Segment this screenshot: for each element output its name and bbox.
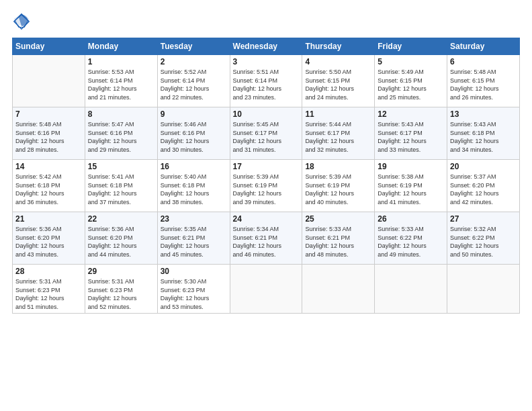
calendar-table: SundayMondayTuesdayWednesdayThursdayFrid… — [12, 38, 520, 314]
week-row-4: 21Sunrise: 5:36 AM Sunset: 6:20 PM Dayli… — [13, 212, 520, 265]
day-number: 7 — [15, 109, 82, 119]
day-cell: 24Sunrise: 5:34 AM Sunset: 6:21 PM Dayli… — [230, 212, 302, 265]
day-number: 19 — [378, 162, 444, 171]
day-cell: 27Sunrise: 5:32 AM Sunset: 6:22 PM Dayli… — [447, 212, 520, 265]
day-cell: 21Sunrise: 5:36 AM Sunset: 6:20 PM Dayli… — [13, 212, 85, 265]
calendar-body: 1Sunrise: 5:53 AM Sunset: 6:14 PM Daylig… — [13, 55, 520, 314]
day-cell: 1Sunrise: 5:53 AM Sunset: 6:14 PM Daylig… — [85, 55, 157, 107]
day-number: 25 — [305, 214, 371, 224]
day-info: Sunrise: 5:35 AM Sunset: 6:21 PM Dayligh… — [161, 225, 227, 259]
day-cell: 12Sunrise: 5:43 AM Sunset: 6:17 PM Dayli… — [375, 107, 447, 160]
day-info: Sunrise: 5:51 AM Sunset: 6:14 PM Dayligh… — [233, 68, 300, 101]
day-cell — [375, 265, 447, 314]
day-info: Sunrise: 5:43 AM Sunset: 6:17 PM Dayligh… — [378, 120, 444, 154]
day-cell: 20Sunrise: 5:37 AM Sunset: 6:20 PM Dayli… — [447, 160, 520, 212]
day-cell: 30Sunrise: 5:30 AM Sunset: 6:23 PM Dayli… — [157, 265, 230, 314]
header-cell-tuesday: Tuesday — [157, 38, 230, 55]
header-row: SundayMondayTuesdayWednesdayThursdayFrid… — [13, 38, 520, 55]
day-info: Sunrise: 5:44 AM Sunset: 6:17 PM Dayligh… — [305, 120, 371, 154]
day-number: 8 — [88, 109, 154, 119]
header-cell-saturday: Saturday — [447, 38, 520, 55]
day-info: Sunrise: 5:33 AM Sunset: 6:21 PM Dayligh… — [305, 225, 371, 259]
day-cell: 7Sunrise: 5:48 AM Sunset: 6:16 PM Daylig… — [13, 107, 85, 160]
day-cell: 22Sunrise: 5:36 AM Sunset: 6:20 PM Dayli… — [85, 212, 157, 265]
day-info: Sunrise: 5:50 AM Sunset: 6:15 PM Dayligh… — [305, 68, 371, 101]
day-info: Sunrise: 5:52 AM Sunset: 6:14 PM Dayligh… — [161, 68, 227, 101]
day-cell — [447, 265, 520, 314]
day-number: 9 — [161, 109, 227, 119]
day-info: Sunrise: 5:46 AM Sunset: 6:16 PM Dayligh… — [161, 120, 227, 154]
day-info: Sunrise: 5:40 AM Sunset: 6:18 PM Dayligh… — [161, 173, 227, 206]
day-cell: 11Sunrise: 5:44 AM Sunset: 6:17 PM Dayli… — [302, 107, 375, 160]
day-info: Sunrise: 5:36 AM Sunset: 6:20 PM Dayligh… — [88, 225, 154, 259]
day-cell: 29Sunrise: 5:31 AM Sunset: 6:23 PM Dayli… — [85, 265, 157, 314]
day-number: 28 — [15, 267, 82, 276]
week-row-3: 14Sunrise: 5:42 AM Sunset: 6:18 PM Dayli… — [13, 160, 520, 212]
day-cell: 5Sunrise: 5:49 AM Sunset: 6:15 PM Daylig… — [375, 55, 447, 107]
day-number: 13 — [450, 109, 517, 119]
day-number: 6 — [450, 57, 517, 66]
day-info: Sunrise: 5:33 AM Sunset: 6:22 PM Dayligh… — [378, 225, 444, 259]
week-row-5: 28Sunrise: 5:31 AM Sunset: 6:23 PM Dayli… — [13, 265, 520, 314]
day-cell: 10Sunrise: 5:45 AM Sunset: 6:17 PM Dayli… — [230, 107, 302, 160]
header — [12, 12, 520, 31]
day-cell: 23Sunrise: 5:35 AM Sunset: 6:21 PM Dayli… — [157, 212, 230, 265]
day-number: 21 — [15, 214, 82, 224]
calendar-header: SundayMondayTuesdayWednesdayThursdayFrid… — [13, 38, 520, 55]
day-number: 12 — [378, 109, 444, 119]
day-info: Sunrise: 5:48 AM Sunset: 6:15 PM Dayligh… — [450, 68, 517, 101]
day-info: Sunrise: 5:30 AM Sunset: 6:23 PM Dayligh… — [161, 277, 227, 311]
page: SundayMondayTuesdayWednesdayThursdayFrid… — [0, 0, 532, 411]
day-number: 22 — [88, 214, 154, 224]
header-cell-sunday: Sunday — [13, 38, 85, 55]
day-info: Sunrise: 5:34 AM Sunset: 6:21 PM Dayligh… — [233, 225, 300, 259]
day-number: 26 — [378, 214, 444, 224]
day-cell — [13, 55, 85, 107]
day-number: 27 — [450, 214, 517, 224]
day-info: Sunrise: 5:48 AM Sunset: 6:16 PM Dayligh… — [15, 120, 82, 154]
day-info: Sunrise: 5:39 AM Sunset: 6:19 PM Dayligh… — [305, 173, 371, 206]
day-info: Sunrise: 5:31 AM Sunset: 6:23 PM Dayligh… — [15, 277, 82, 311]
day-cell: 19Sunrise: 5:38 AM Sunset: 6:19 PM Dayli… — [375, 160, 447, 212]
day-number: 20 — [450, 162, 517, 171]
logo-icon — [12, 12, 31, 31]
day-cell: 15Sunrise: 5:41 AM Sunset: 6:18 PM Dayli… — [85, 160, 157, 212]
day-info: Sunrise: 5:47 AM Sunset: 6:16 PM Dayligh… — [88, 120, 154, 154]
day-cell: 17Sunrise: 5:39 AM Sunset: 6:19 PM Dayli… — [230, 160, 302, 212]
day-cell: 14Sunrise: 5:42 AM Sunset: 6:18 PM Dayli… — [13, 160, 85, 212]
day-info: Sunrise: 5:31 AM Sunset: 6:23 PM Dayligh… — [88, 277, 154, 311]
header-cell-thursday: Thursday — [302, 38, 375, 55]
day-number: 24 — [233, 214, 300, 224]
day-info: Sunrise: 5:43 AM Sunset: 6:18 PM Dayligh… — [450, 120, 517, 154]
day-info: Sunrise: 5:53 AM Sunset: 6:14 PM Dayligh… — [88, 68, 154, 101]
day-cell: 16Sunrise: 5:40 AM Sunset: 6:18 PM Dayli… — [157, 160, 230, 212]
day-cell: 2Sunrise: 5:52 AM Sunset: 6:14 PM Daylig… — [157, 55, 230, 107]
day-cell: 9Sunrise: 5:46 AM Sunset: 6:16 PM Daylig… — [157, 107, 230, 160]
day-info: Sunrise: 5:41 AM Sunset: 6:18 PM Dayligh… — [88, 173, 154, 206]
day-info: Sunrise: 5:42 AM Sunset: 6:18 PM Dayligh… — [15, 173, 82, 206]
day-info: Sunrise: 5:39 AM Sunset: 6:19 PM Dayligh… — [233, 173, 300, 206]
day-number: 30 — [161, 267, 227, 276]
day-cell: 18Sunrise: 5:39 AM Sunset: 6:19 PM Dayli… — [302, 160, 375, 212]
day-number: 15 — [88, 162, 154, 171]
day-number: 3 — [233, 57, 300, 66]
day-info: Sunrise: 5:36 AM Sunset: 6:20 PM Dayligh… — [15, 225, 82, 259]
day-number: 5 — [378, 57, 444, 66]
week-row-1: 1Sunrise: 5:53 AM Sunset: 6:14 PM Daylig… — [13, 55, 520, 107]
day-cell: 3Sunrise: 5:51 AM Sunset: 6:14 PM Daylig… — [230, 55, 302, 107]
header-cell-monday: Monday — [85, 38, 157, 55]
day-info: Sunrise: 5:32 AM Sunset: 6:22 PM Dayligh… — [450, 225, 517, 259]
logo — [12, 12, 34, 31]
day-number: 11 — [305, 109, 371, 119]
day-cell: 26Sunrise: 5:33 AM Sunset: 6:22 PM Dayli… — [375, 212, 447, 265]
day-cell: 8Sunrise: 5:47 AM Sunset: 6:16 PM Daylig… — [85, 107, 157, 160]
day-number: 18 — [305, 162, 371, 171]
day-number: 23 — [161, 214, 227, 224]
day-number: 14 — [15, 162, 82, 171]
day-cell: 6Sunrise: 5:48 AM Sunset: 6:15 PM Daylig… — [447, 55, 520, 107]
header-cell-wednesday: Wednesday — [230, 38, 302, 55]
day-number: 1 — [88, 57, 154, 66]
day-number: 16 — [161, 162, 227, 171]
day-cell: 13Sunrise: 5:43 AM Sunset: 6:18 PM Dayli… — [447, 107, 520, 160]
day-number: 29 — [88, 267, 154, 276]
